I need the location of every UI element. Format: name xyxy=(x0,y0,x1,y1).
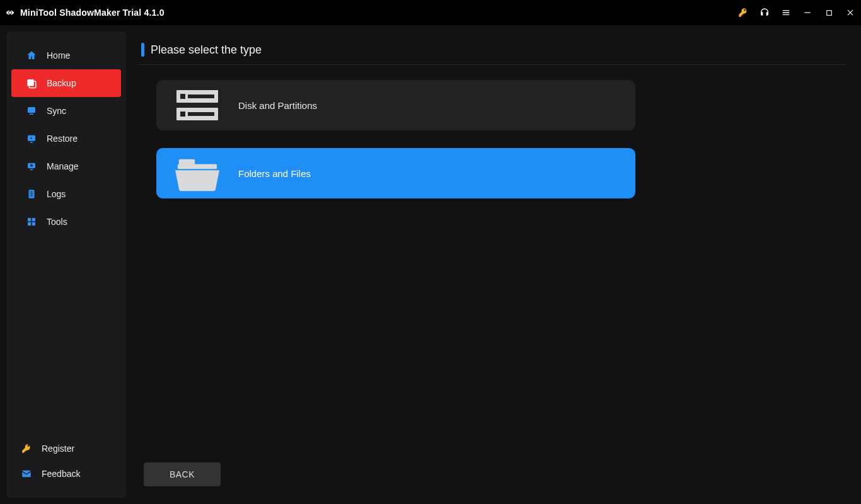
support-icon[interactable] xyxy=(759,7,770,18)
accent-bar xyxy=(141,43,144,57)
close-icon[interactable] xyxy=(845,7,856,18)
main-content: Please select the type Disk and Partitio… xyxy=(132,32,855,498)
svg-rect-15 xyxy=(28,218,31,221)
sidebar-item-label: Manage xyxy=(47,161,79,171)
titlebar: MiniTool ShadowMaker Trial 4.1.0 xyxy=(0,0,861,25)
option-folders-files[interactable]: Folders and Files xyxy=(156,148,635,198)
back-button[interactable]: BACK xyxy=(144,462,221,486)
svg-rect-14 xyxy=(30,195,33,196)
sidebar-item-label: Restore xyxy=(47,134,78,144)
sidebar-item-logs[interactable]: Logs xyxy=(11,180,121,208)
sidebar: Home Backup Sync Restore xyxy=(6,32,126,498)
page-header: Please select the type xyxy=(139,43,846,65)
menu-icon[interactable] xyxy=(780,7,792,18)
sync-icon xyxy=(25,105,38,117)
sidebar-item-label: Backup xyxy=(47,78,76,88)
sidebar-item-tools[interactable]: Tools xyxy=(11,208,121,236)
svg-rect-10 xyxy=(30,169,33,171)
svg-rect-25 xyxy=(188,112,214,116)
svg-rect-7 xyxy=(30,142,33,143)
sidebar-item-label: Home xyxy=(47,50,70,60)
svg-rect-27 xyxy=(178,164,217,169)
back-button-label: BACK xyxy=(170,469,195,479)
disk-icon xyxy=(175,88,219,123)
maximize-icon[interactable] xyxy=(823,7,835,18)
backup-icon xyxy=(25,77,38,89)
page-title: Please select the type xyxy=(151,43,262,57)
restore-icon xyxy=(25,132,38,145)
tools-icon xyxy=(25,215,38,228)
app-title: MiniTool ShadowMaker Trial 4.1.0 xyxy=(20,8,165,18)
sidebar-register[interactable]: Register xyxy=(6,436,126,461)
register-key-icon[interactable] xyxy=(737,7,749,18)
svg-rect-0 xyxy=(804,12,810,13)
svg-rect-5 xyxy=(30,114,33,115)
manage-icon xyxy=(25,160,38,173)
svg-rect-13 xyxy=(30,193,33,194)
svg-rect-24 xyxy=(180,112,185,117)
app-logo-icon xyxy=(4,6,16,19)
sidebar-item-label: Sync xyxy=(47,106,66,116)
minimize-icon[interactable] xyxy=(802,7,813,18)
mail-icon xyxy=(20,467,33,480)
option-label: Disk and Partitions xyxy=(238,100,317,111)
svg-rect-16 xyxy=(32,218,35,221)
sidebar-item-restore[interactable]: Restore xyxy=(11,125,121,152)
svg-point-9 xyxy=(30,164,33,167)
sidebar-register-label: Register xyxy=(42,444,74,454)
svg-rect-4 xyxy=(28,107,35,113)
sidebar-item-label: Logs xyxy=(47,189,66,199)
svg-rect-12 xyxy=(30,192,33,192)
svg-rect-21 xyxy=(180,94,185,99)
sidebar-item-label: Tools xyxy=(47,217,67,227)
svg-rect-1 xyxy=(826,10,831,15)
sidebar-item-manage[interactable]: Manage xyxy=(11,152,121,180)
folder-icon xyxy=(175,156,219,191)
svg-rect-17 xyxy=(28,222,31,226)
option-disk-partitions[interactable]: Disk and Partitions xyxy=(156,80,635,130)
option-label: Folders and Files xyxy=(238,168,311,179)
sidebar-item-home[interactable]: Home xyxy=(11,42,121,69)
logs-icon xyxy=(25,188,38,200)
sidebar-feedback[interactable]: Feedback xyxy=(6,461,126,486)
svg-rect-22 xyxy=(188,94,214,98)
key-icon xyxy=(20,442,33,455)
sidebar-feedback-label: Feedback xyxy=(42,469,80,479)
svg-rect-18 xyxy=(32,222,35,226)
sidebar-item-sync[interactable]: Sync xyxy=(11,97,121,125)
sidebar-item-backup[interactable]: Backup xyxy=(11,69,121,97)
svg-rect-2 xyxy=(27,79,34,86)
home-icon xyxy=(25,49,38,62)
